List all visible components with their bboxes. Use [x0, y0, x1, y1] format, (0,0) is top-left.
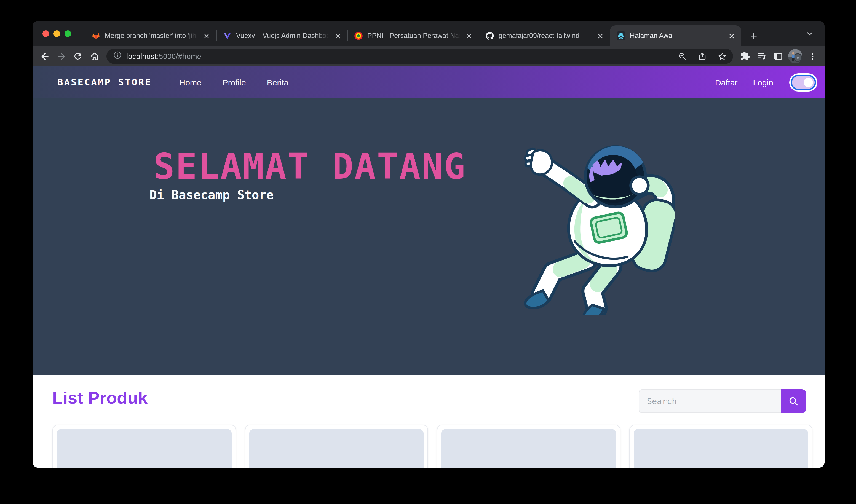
toggle-knob [804, 77, 813, 87]
address-bar[interactable]: localhost:5000/#home [106, 49, 733, 64]
minimize-window-button[interactable] [54, 30, 60, 37]
profile-avatar[interactable] [788, 49, 802, 64]
search-button[interactable] [781, 389, 806, 413]
screenshot-stage: Merge branch 'master' into 'jih Vuexy – … [0, 0, 856, 504]
image-placeholder [634, 429, 808, 468]
close-window-button[interactable] [42, 30, 49, 37]
site-info-icon[interactable] [113, 51, 122, 62]
product-card[interactable] [245, 425, 428, 468]
nav-link-login[interactable]: Login [753, 77, 773, 87]
tab-title: Merge branch 'master' into 'jih [105, 32, 197, 40]
tab-ppni[interactable]: PPNI - Persatuan Perawat Nasi [347, 25, 479, 46]
browser-window: Merge branch 'master' into 'jih Vuexy – … [33, 21, 824, 468]
forward-icon[interactable] [54, 49, 69, 64]
product-card-row [52, 425, 813, 468]
product-card[interactable] [629, 425, 813, 468]
products-heading: List Produk [52, 388, 147, 408]
nav-link-profile[interactable]: Profile [222, 77, 246, 87]
close-tab-icon[interactable] [333, 32, 342, 40]
search-bar [639, 389, 806, 413]
react-icon [617, 32, 625, 40]
side-panel-icon[interactable] [770, 49, 786, 64]
tab-vuexy[interactable]: Vuexy – Vuejs Admin Dashboar [216, 25, 347, 46]
media-controls-icon[interactable] [754, 49, 769, 64]
ppni-icon [354, 32, 363, 40]
image-placeholder [57, 429, 231, 468]
nav-links: Home Profile Berita [180, 77, 288, 87]
hero-subtitle: Di Basecamp Store [149, 188, 273, 202]
macos-window-controls [42, 21, 71, 46]
nav-link-berita[interactable]: Berita [267, 77, 288, 87]
products-section: List Produk [33, 375, 824, 468]
reload-icon[interactable] [70, 49, 86, 64]
image-placeholder [441, 429, 616, 468]
search-input[interactable] [639, 389, 781, 413]
site-navbar: BASECAMP STORE Home Profile Berita Dafta… [33, 66, 824, 98]
vuexy-icon [223, 32, 232, 40]
web-page: BASECAMP STORE Home Profile Berita Dafta… [33, 66, 824, 468]
tab-title: gemafajar09/react-tailwind [499, 32, 591, 40]
product-card[interactable] [52, 425, 236, 468]
tab-strip: Merge branch 'master' into 'jih Vuexy – … [33, 21, 824, 46]
theme-toggle-switch[interactable] [792, 76, 815, 89]
extensions-puzzle-icon[interactable] [737, 49, 753, 64]
zoom-window-button[interactable] [65, 30, 71, 37]
new-tab-button[interactable] [746, 28, 761, 43]
product-card[interactable] [437, 425, 620, 468]
bookmark-star-icon[interactable] [714, 49, 730, 64]
tabs: Merge branch 'master' into 'jih Vuexy – … [85, 25, 741, 46]
hero-section: SELAMAT DATANG Di Basecamp Store [33, 98, 824, 375]
home-icon[interactable] [87, 49, 102, 64]
browser-toolbar: localhost:5000/#home [33, 46, 824, 66]
tab-title: Vuexy – Vuejs Admin Dashboar [236, 32, 329, 40]
tab-title: Halaman Awal [630, 32, 723, 40]
nav-actions: Daftar Login [715, 76, 824, 89]
close-tab-icon[interactable] [464, 32, 473, 40]
tab-github-react-tailwind[interactable]: gemafajar09/react-tailwind [479, 25, 610, 46]
nav-link-daftar[interactable]: Daftar [715, 77, 738, 87]
zoom-out-icon[interactable] [675, 49, 690, 64]
tab-title: PPNI - Persatuan Perawat Nasi [367, 32, 460, 40]
tab-gitlab-merge[interactable]: Merge branch 'master' into 'jih [85, 25, 216, 46]
hero-title: SELAMAT DATANG [153, 147, 466, 187]
back-icon[interactable] [37, 49, 52, 64]
close-tab-icon[interactable] [202, 32, 211, 40]
nav-link-home[interactable]: Home [180, 77, 201, 87]
url-text: localhost:5000/#home [126, 52, 670, 60]
close-tab-icon[interactable] [727, 32, 736, 40]
github-icon [485, 32, 494, 40]
astronaut-illustration [510, 128, 675, 315]
brand-logo[interactable]: BASECAMP STORE [57, 77, 152, 88]
image-placeholder [249, 429, 424, 468]
close-tab-icon[interactable] [596, 32, 605, 40]
tab-search-chevron-icon[interactable] [804, 28, 816, 40]
kebab-menu-icon[interactable] [805, 49, 820, 64]
tab-halaman-awal-active[interactable]: Halaman Awal [610, 25, 741, 46]
share-icon[interactable] [694, 49, 710, 64]
gitlab-icon [92, 32, 101, 40]
